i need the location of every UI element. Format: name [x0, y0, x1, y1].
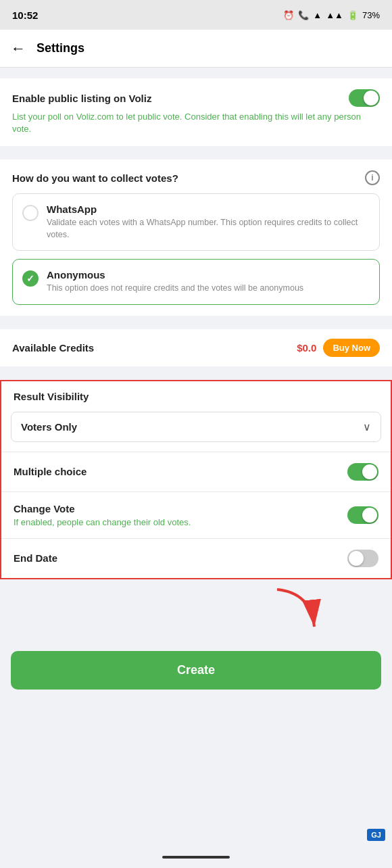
multiple-choice-toggle[interactable]: [347, 463, 378, 481]
credits-amount: $0.0: [297, 342, 316, 354]
credits-section: Available Credits $0.0 Buy Now: [0, 329, 392, 366]
public-listing-description: List your poll on Voliz.com to let publi…: [12, 111, 380, 135]
collect-votes-label: How do you want to collect votes?: [12, 172, 178, 184]
anonymous-option-desc: This option does not require credits and…: [47, 283, 303, 295]
anonymous-radio[interactable]: [22, 270, 39, 287]
result-visibility-dropdown[interactable]: Voters Only ∨: [11, 412, 381, 442]
collect-votes-section: How do you want to collect votes? i What…: [0, 160, 392, 316]
change-vote-text: Change Vote If enabled, people can chang…: [14, 503, 347, 527]
change-vote-row: Change Vote If enabled, people can chang…: [1, 492, 391, 538]
collect-votes-title: How do you want to collect votes? i: [12, 170, 380, 185]
status-time: 10:52: [12, 9, 38, 21]
multiple-choice-label: Multiple choice: [14, 466, 87, 477]
top-nav: ← Settings: [0, 30, 392, 68]
main-content: Enable public listing on Voliz List your…: [0, 68, 392, 846]
result-visibility-section: Result Visibility Voters Only ∨ Multiple…: [0, 380, 392, 579]
public-listing-row: Enable public listing on Voliz: [12, 89, 380, 107]
end-date-row: End Date: [1, 539, 391, 578]
bottom-bar: [0, 846, 392, 868]
alarm-icon: ⏰: [283, 10, 294, 20]
arrow-area: [0, 586, 392, 640]
whatsapp-option[interactable]: WhatsApp Validate each votes with a What…: [12, 193, 380, 251]
signal-icon: ▲▲: [326, 10, 343, 20]
whatsapp-option-title: WhatsApp: [47, 203, 370, 215]
change-vote-label: Change Vote: [14, 503, 347, 514]
whatsapp-option-desc: Validate each votes with a WhatsApp numb…: [47, 217, 370, 241]
divider-1: [0, 153, 392, 160]
end-date-label: End Date: [14, 552, 57, 564]
divider-3: [0, 373, 392, 380]
chevron-down-icon: ∨: [363, 420, 371, 433]
info-icon[interactable]: i: [365, 170, 380, 185]
watermark: GJ: [367, 829, 385, 841]
status-bar: 10:52 ⏰ 📞 ▲ ▲▲ 🔋 73%: [0, 0, 392, 30]
battery-icon: 🔋: [347, 10, 358, 20]
anonymous-option-title: Anonymous: [47, 269, 303, 281]
anonymous-option[interactable]: Anonymous This option does not require c…: [12, 259, 380, 305]
back-button[interactable]: ←: [11, 40, 26, 57]
change-vote-toggle[interactable]: [347, 506, 378, 524]
multiple-choice-row: Multiple choice: [1, 452, 391, 491]
whatsapp-radio[interactable]: [22, 205, 39, 221]
create-button[interactable]: Create: [11, 651, 381, 690]
change-vote-desc: If enabled, people can change their old …: [14, 517, 347, 527]
status-icons: ⏰ 📞 ▲ ▲▲ 🔋 73%: [283, 10, 380, 20]
bottom-pill: [162, 856, 230, 859]
whatsapp-option-text: WhatsApp Validate each votes with a What…: [47, 203, 370, 241]
end-date-toggle[interactable]: [347, 550, 378, 567]
call-icon: 📞: [298, 10, 309, 20]
anonymous-option-text: Anonymous This option does not require c…: [47, 269, 303, 295]
buy-now-button[interactable]: Buy Now: [323, 339, 380, 357]
public-listing-toggle[interactable]: [349, 89, 380, 107]
create-button-container: Create: [0, 640, 392, 700]
credits-right: $0.0 Buy Now: [297, 339, 380, 357]
battery-text: 73%: [362, 10, 380, 20]
page-title: Settings: [36, 41, 84, 55]
public-listing-label: Enable public listing on Voliz: [12, 93, 349, 104]
public-listing-section: Enable public listing on Voliz List your…: [0, 78, 392, 146]
result-visibility-value: Voters Only: [21, 421, 77, 433]
wifi-icon: ▲: [313, 10, 322, 20]
divider-2: [0, 322, 392, 329]
result-visibility-header: Result Visibility: [1, 381, 391, 409]
credits-label: Available Credits: [12, 342, 94, 354]
annotation-arrow: [270, 586, 324, 633]
